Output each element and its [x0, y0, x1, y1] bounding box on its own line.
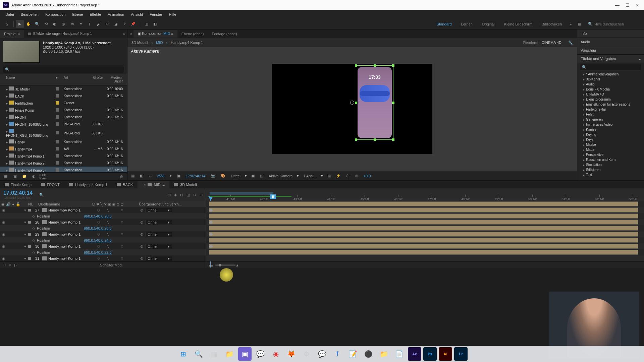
help-search[interactable]: 🔍: [588, 22, 641, 26]
preset-item[interactable]: Simulation: [577, 162, 644, 167]
preset-item[interactable]: Keying: [577, 132, 644, 137]
layer-property[interactable]: ◇Position960,0,540,0,22,0: [0, 249, 206, 255]
layer-row[interactable]: ◉ ▾ 31 Handy.mp4 Komp 1 ⬡╲⊙ ⊙Ohne▾: [0, 255, 206, 261]
handle-lm[interactable]: [355, 102, 357, 104]
preset-item[interactable]: Audio: [577, 82, 644, 87]
expand-icon[interactable]: {}: [14, 263, 16, 267]
preset-search[interactable]: 🔍: [580, 64, 641, 70]
roto-tool[interactable]: ✧: [120, 20, 128, 28]
project-row[interactable]: ▸Handy.mp4 Komp 3 Komposition 0:00:13:16: [0, 167, 127, 172]
home-tool[interactable]: ⌂: [3, 20, 11, 28]
quality-dropdown[interactable]: Drittel: [230, 174, 241, 178]
app2-icon[interactable]: ◉: [269, 347, 282, 361]
brush-tool[interactable]: 🖌: [94, 20, 102, 28]
workspace-kleine bildschirm[interactable]: Kleine Bildschirm: [499, 22, 537, 26]
timeline-tab-mid[interactable]: ×MID ≡: [138, 181, 169, 188]
select-tool[interactable]: ▶: [16, 20, 24, 28]
menu-hilfe[interactable]: Hilfe: [166, 11, 180, 18]
col-dur[interactable]: Medien-Dauer: [105, 75, 125, 84]
layer-bar[interactable]: [209, 220, 638, 225]
ae-taskbar-icon[interactable]: Ae: [408, 347, 421, 361]
preset-item[interactable]: Kanäle: [577, 127, 644, 132]
brain-icon[interactable]: ⊛: [8, 263, 11, 267]
col-tag[interactable]: ●: [54, 75, 62, 84]
tab-layer[interactable]: Ebene (ohne): [177, 30, 208, 38]
lr-taskbar-icon[interactable]: Lr: [454, 347, 468, 361]
crumb-mid[interactable]: MID: [156, 41, 163, 45]
flowchart-icon[interactable]: ⊞: [354, 174, 359, 178]
layer-bar[interactable]: [209, 214, 638, 219]
layer-row[interactable]: ◉ ▾ 30 Handy.mp4 Komp 1 ⬡╲⊙ ⊙Ohne▾: [0, 243, 206, 249]
timeline-tab-3d-modell[interactable]: 3D Modell: [169, 181, 202, 188]
frame-blend-icon[interactable]: ◫: [186, 193, 190, 197]
explorer-icon[interactable]: 📁: [223, 347, 236, 361]
handle-tm[interactable]: [374, 64, 376, 67]
timeline-tab-handy.mp4-komp-1[interactable]: Handy.mp4 Komp 1: [64, 181, 112, 188]
transparency-icon[interactable]: ⊕: [148, 174, 153, 178]
preset-item[interactable]: Generieren: [577, 117, 644, 122]
whatsapp-icon[interactable]: 💬: [254, 347, 267, 361]
timeline-tab-back[interactable]: BACK: [112, 181, 138, 188]
camera-icon[interactable]: 🎨: [220, 174, 226, 178]
col-name[interactable]: Name: [0, 75, 54, 84]
col-size[interactable]: Größe: [89, 75, 105, 84]
workspace-standard[interactable]: Standard: [432, 22, 457, 26]
layer-bar[interactable]: [209, 238, 638, 243]
workspace-bibliotheken[interactable]: Bibliotheken: [537, 22, 567, 26]
handle-tl[interactable]: [355, 64, 357, 67]
layer-property[interactable]: ◇Position960,0,540,0,28,0: [0, 213, 206, 219]
preset-item[interactable]: 3D-Kanal: [577, 77, 644, 82]
bit-depth[interactable]: 8-Bit-Kanal: [40, 174, 46, 180]
region-icon[interactable]: ▣: [250, 174, 256, 178]
search-icon[interactable]: 🔍: [192, 347, 205, 361]
project-search[interactable]: 🔍: [3, 66, 124, 73]
folder2-icon[interactable]: 📁: [377, 347, 390, 361]
tab-footage[interactable]: Footage (ohne): [208, 30, 241, 38]
messenger-icon[interactable]: 💬: [315, 347, 329, 361]
preset-item[interactable]: * Animationsvorgaben: [577, 72, 644, 77]
grid-icon[interactable]: ▦: [130, 174, 136, 178]
app-icon[interactable]: ▣: [238, 347, 252, 361]
menu-komposition[interactable]: Komposition: [42, 11, 69, 18]
timeline-search[interactable]: 🔍: [39, 193, 44, 197]
project-row[interactable]: ▸Finale Komp Komposition 0:00:13:16: [0, 107, 127, 114]
preset-item[interactable]: Text: [577, 172, 644, 177]
panel-icon[interactable]: ▦: [575, 20, 583, 28]
composition-viewer[interactable]: Aktive Kamera 17:03: [127, 47, 577, 171]
minimize-button[interactable]: —: [615, 3, 620, 8]
layer-row[interactable]: ◉ ▾ 27 Handy.mp4 Komp 1 ⬡╲⊙ ⊙Ohne▾: [0, 207, 206, 213]
anchor-point-icon[interactable]: [350, 101, 354, 105]
shy-icon[interactable]: ⊡: [180, 193, 183, 197]
project-row[interactable]: ▸Handy.mp4 Komp 1 Komposition 0:00:13:16: [0, 153, 127, 160]
panel-chevron-icon[interactable]: »: [123, 32, 125, 36]
taskview-icon[interactable]: ▦: [207, 347, 221, 361]
layer-row[interactable]: ◉ ▾ 29 Handy.mp4 Komp 1 ⬡╲⊙ ⊙Ohne▾: [0, 231, 206, 237]
panel-audio[interactable]: Audio: [577, 38, 644, 46]
menu-ebene[interactable]: Ebene: [69, 11, 86, 18]
anchor-tool[interactable]: ◎: [59, 20, 67, 28]
interpret-icon[interactable]: ▦: [3, 174, 9, 180]
menu-ansicht[interactable]: Ansicht: [127, 11, 146, 18]
close-tab-icon[interactable]: ×: [130, 32, 132, 36]
col-type[interactable]: Art: [62, 75, 89, 84]
draft3d-icon[interactable]: ◈: [174, 193, 177, 197]
project-row[interactable]: ▸FRONT_1840886.png PNG-Datei 596 KB: [0, 121, 127, 128]
project-row[interactable]: ▸3D Modell Komposition 0:00:10:00: [0, 85, 127, 93]
toggle-switches-icon[interactable]: ⊡: [3, 263, 6, 267]
project-row[interactable]: ▸FRONT Komposition 0:00:13:16: [0, 114, 127, 121]
rotate-tool[interactable]: ◐: [51, 20, 59, 28]
selection-bbox[interactable]: 17:03: [356, 65, 393, 140]
expand-tool[interactable]: »: [567, 20, 575, 28]
preset-item[interactable]: Boris FX Mocha: [577, 87, 644, 92]
close-button[interactable]: ✕: [636, 3, 639, 8]
graph-icon[interactable]: ⊞: [200, 193, 203, 197]
zoom-tool[interactable]: 🔍: [33, 20, 41, 28]
handle-bl[interactable]: [355, 138, 357, 141]
snapshot-icon[interactable]: 📷: [210, 174, 216, 178]
project-row[interactable]: ▸Farbflächen Ordner: [0, 100, 127, 107]
exposure[interactable]: +0,0: [363, 174, 372, 178]
timeline-timecode[interactable]: 17:02:40:14: [3, 190, 33, 196]
layer-row[interactable]: ◉ ▾ 28 Handy.mp4 Komp 1 ⬡╲⊙ ⊙Ohne▾: [0, 219, 206, 225]
layer-property[interactable]: ◇Position960,0,540,0,26,0: [0, 225, 206, 231]
mask-tool[interactable]: ◧: [151, 20, 159, 28]
